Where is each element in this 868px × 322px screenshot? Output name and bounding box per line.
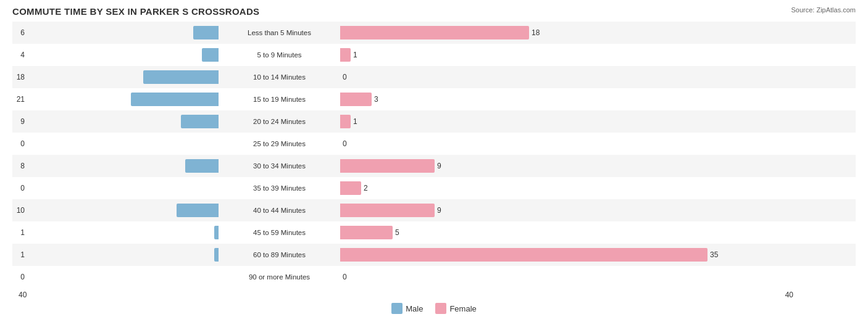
row-label: 90 or more Minutes: [222, 273, 336, 281]
left-bar-wrap: [27, 137, 219, 151]
left-section: 6: [12, 26, 222, 39]
male-bar: [185, 159, 219, 173]
left-bar-wrap: [27, 26, 219, 39]
row-label: 20 to 24 Minutes: [222, 118, 336, 125]
row-label: 10 to 14 Minutes: [222, 73, 336, 81]
left-bar-wrap: [27, 115, 219, 128]
female-value: 9: [437, 162, 449, 170]
legend-female-box: [435, 303, 446, 314]
male-value: 0: [12, 184, 25, 192]
bars-area: 6 Less than 5 Minutes 18 4 5 to 9 Minute…: [12, 22, 856, 288]
left-bar-wrap: [27, 181, 219, 195]
left-section: 1: [12, 248, 222, 262]
left-section: 9: [12, 115, 222, 128]
male-value: 8: [12, 162, 25, 170]
male-value: 0: [12, 273, 25, 281]
left-section: 4: [12, 48, 222, 62]
female-bar: [340, 248, 707, 262]
left-section: 21: [12, 93, 222, 106]
male-value: 1: [12, 250, 25, 259]
table-row: 0 35 to 39 Minutes 2: [12, 177, 856, 199]
right-section: 0: [336, 270, 799, 284]
male-value: 9: [12, 117, 25, 126]
row-label: Less than 5 Minutes: [222, 29, 336, 36]
male-value: 21: [12, 95, 25, 104]
female-bar: [340, 204, 435, 217]
left-bar-wrap: [27, 93, 219, 106]
left-bar-wrap: [27, 270, 219, 284]
left-section: 1: [12, 226, 222, 239]
table-row: 21 15 to 19 Minutes 3: [12, 88, 856, 110]
table-row: 0 90 or more Minutes 0: [12, 266, 856, 288]
x-axis-right-label: 40: [785, 291, 793, 299]
female-bar: [340, 48, 351, 62]
male-bar: [181, 115, 219, 128]
male-value: 1: [12, 228, 25, 237]
right-section: 0: [336, 137, 799, 151]
left-section: 8: [12, 159, 222, 173]
female-value: 1: [353, 117, 365, 126]
right-section: 0: [336, 70, 799, 84]
table-row: 10 40 to 44 Minutes 9: [12, 199, 856, 221]
male-value: 18: [12, 73, 25, 81]
female-value: 0: [343, 139, 355, 148]
row-label: 5 to 9 Minutes: [222, 51, 336, 59]
right-section: 1: [336, 115, 799, 128]
female-bar: [340, 93, 372, 106]
left-section: 0: [12, 270, 222, 284]
row-label: 35 to 39 Minutes: [222, 184, 336, 192]
right-section: 1: [336, 48, 799, 62]
table-row: 4 5 to 9 Minutes 1: [12, 44, 856, 66]
table-row: 9 20 to 24 Minutes 1: [12, 110, 856, 133]
female-value: 18: [532, 28, 544, 37]
legend-male-box: [391, 303, 403, 314]
chart-container: COMMUTE TIME BY SEX IN PARKER S CROSSROA…: [0, 0, 868, 322]
left-bar-wrap: [27, 159, 219, 173]
male-value: 0: [12, 139, 25, 148]
legend-female-label: Female: [449, 304, 476, 313]
female-bar: [340, 226, 393, 239]
table-row: 1 60 to 89 Minutes 35: [12, 244, 856, 266]
left-bar-wrap: [27, 48, 219, 62]
right-section: 35: [336, 248, 799, 262]
row-label: 40 to 44 Minutes: [222, 207, 336, 214]
right-section: 3: [336, 93, 799, 106]
right-section: 18: [336, 26, 799, 39]
table-row: 1 45 to 59 Minutes 5: [12, 221, 856, 244]
legend-male: Male: [391, 303, 423, 314]
female-bar: [340, 26, 529, 39]
legend-female: Female: [435, 303, 476, 314]
female-value: 35: [710, 250, 722, 259]
right-section: 9: [336, 204, 799, 217]
male-bar: [214, 248, 219, 262]
table-row: 0 25 to 29 Minutes 0: [12, 133, 856, 155]
male-value: 10: [12, 206, 25, 215]
female-value: 0: [343, 273, 355, 281]
female-value: 2: [364, 184, 376, 192]
left-section: 18: [12, 70, 222, 84]
legend: Male Female: [12, 303, 856, 314]
female-bar: [340, 159, 435, 173]
row-label: 60 to 89 Minutes: [222, 251, 336, 258]
table-row: 18 10 to 14 Minutes 0: [12, 66, 856, 88]
female-value: 5: [395, 228, 407, 237]
row-label: 25 to 29 Minutes: [222, 140, 336, 147]
table-row: 8 30 to 34 Minutes 9: [12, 155, 856, 177]
female-bar: [340, 115, 351, 128]
male-bar: [193, 26, 219, 39]
female-bar: [340, 181, 361, 195]
male-bar: [143, 70, 219, 84]
male-bar: [177, 204, 219, 217]
left-bar-wrap: [27, 70, 219, 84]
male-value: 6: [12, 28, 25, 37]
row-label: 15 to 19 Minutes: [222, 96, 336, 103]
chart-title: COMMUTE TIME BY SEX IN PARKER S CROSSROA…: [12, 6, 856, 17]
left-bar-wrap: [27, 248, 219, 262]
left-section: 0: [12, 137, 222, 151]
x-axis-left-label: 40: [19, 291, 27, 299]
row-label: 30 to 34 Minutes: [222, 162, 336, 170]
left-bar-wrap: [27, 204, 219, 217]
left-section: 0: [12, 181, 222, 195]
female-value: 9: [437, 206, 449, 215]
male-bar: [214, 226, 219, 239]
